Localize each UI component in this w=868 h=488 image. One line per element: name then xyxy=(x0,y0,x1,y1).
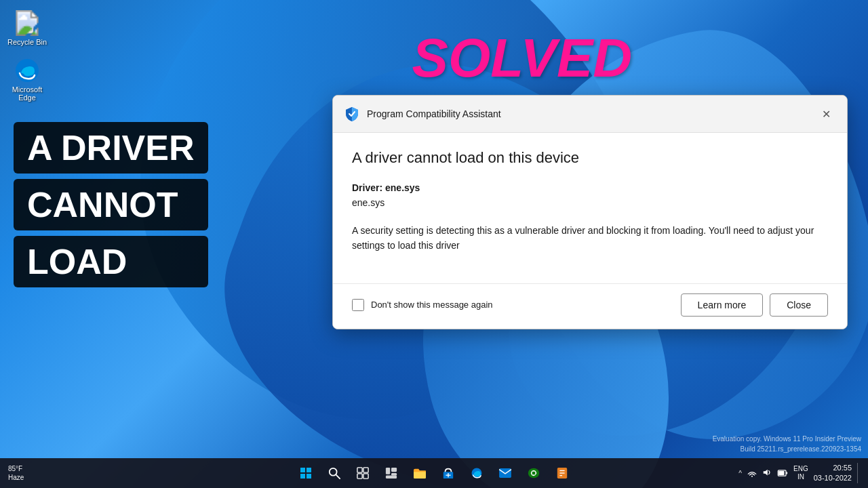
svg-rect-11 xyxy=(357,474,362,479)
svg-point-25 xyxy=(533,470,534,472)
taskbar: 85°F Haze xyxy=(0,458,868,488)
recycle-bin-icon[interactable]: Recycle Bin xyxy=(3,7,51,49)
dialog-driver-info: Driver: ene.sys ene.sys xyxy=(352,180,828,211)
dialog-footer: Don't show this message again Learn more… xyxy=(333,283,847,329)
battery-tray-icon[interactable] xyxy=(777,468,788,479)
taskbar-search-button[interactable] xyxy=(322,461,347,485)
app-icon xyxy=(556,466,568,480)
taskbar-start-button[interactable] xyxy=(294,461,318,485)
edge-label: Microsoft Edge xyxy=(6,85,48,102)
store-icon xyxy=(442,467,454,479)
eval-line2: Build 25211.rs_prerelease.220923-1354 xyxy=(713,444,861,454)
solved-label: SOLVED xyxy=(412,27,633,89)
svg-rect-13 xyxy=(386,468,390,474)
windows-logo-icon xyxy=(300,468,311,479)
dialog-driver-label: Driver: ene.sys xyxy=(352,180,828,195)
dialog-title-text: Program Compatibility Assistant xyxy=(367,108,501,119)
microsoft-edge-icon[interactable]: Microsoft Edge xyxy=(3,54,51,104)
language-region: IN xyxy=(797,473,804,481)
svg-rect-36 xyxy=(786,472,787,474)
label-boxes-container: A DRIVER CANNOT LOAD xyxy=(14,122,208,287)
file-explorer-icon xyxy=(413,467,427,479)
taskbar-xbox-button[interactable] xyxy=(521,461,546,485)
dialog-title-left: Program Compatibility Assistant xyxy=(344,106,501,122)
task-view-icon xyxy=(357,467,369,479)
volume-tray-icon[interactable] xyxy=(762,468,772,479)
clock-time: 20:55 xyxy=(833,463,852,473)
language-code: ENG xyxy=(793,465,808,473)
close-button[interactable]: Close xyxy=(770,293,828,317)
network-icon xyxy=(747,468,757,477)
show-desktop-button[interactable] xyxy=(857,463,860,483)
dialog-close-x-button[interactable]: ✕ xyxy=(816,104,836,124)
taskbar-fileexplorer-button[interactable] xyxy=(408,461,432,485)
taskbar-app-button[interactable] xyxy=(550,461,574,485)
compatibility-dialog: Program Compatibility Assistant ✕ A driv… xyxy=(332,95,848,329)
dont-show-again-label: Don't show this message again xyxy=(371,300,493,310)
checkbox-area: Don't show this message again xyxy=(352,299,493,311)
dont-show-again-checkbox[interactable] xyxy=(352,299,364,311)
volume-icon xyxy=(762,468,772,477)
svg-point-27 xyxy=(531,472,532,474)
dialog-driver-file: ene.sys xyxy=(352,195,828,210)
clock-date: 03-10-2022 xyxy=(814,473,852,483)
dialog-description: A security setting is detecting this as … xyxy=(352,223,828,253)
label-box-line1: A DRIVER xyxy=(14,122,208,174)
battery-icon xyxy=(777,470,788,476)
svg-rect-14 xyxy=(391,468,397,472)
xbox-icon xyxy=(527,467,540,479)
recycle-bin-image xyxy=(14,9,41,37)
dialog-titlebar: Program Compatibility Assistant ✕ xyxy=(333,96,847,133)
svg-rect-22 xyxy=(499,468,511,478)
svg-point-26 xyxy=(533,474,534,476)
search-icon xyxy=(328,467,340,479)
network-tray-icon[interactable] xyxy=(747,468,757,479)
svg-rect-15 xyxy=(386,476,397,479)
eval-watermark: Evaluation copy. Windows 11 Pro Insider … xyxy=(713,434,861,454)
shield-icon xyxy=(344,106,360,122)
svg-point-7 xyxy=(330,468,337,476)
svg-point-23 xyxy=(528,468,539,479)
dialog-buttons: Learn more Close xyxy=(681,293,828,317)
widgets-icon xyxy=(385,467,397,479)
taskbar-center xyxy=(294,461,574,485)
language-indicator[interactable]: ENG IN xyxy=(793,465,808,481)
edge-icon xyxy=(471,467,483,479)
svg-line-8 xyxy=(336,475,340,479)
label-box-line2: CANNOT xyxy=(14,179,208,230)
weather-condition: Haze xyxy=(8,473,24,482)
svg-rect-16 xyxy=(391,473,397,476)
taskbar-edge-button[interactable] xyxy=(465,461,489,485)
svg-rect-10 xyxy=(363,468,368,472)
svg-rect-12 xyxy=(363,474,368,479)
taskbar-left: 85°F Haze xyxy=(8,464,24,482)
taskbar-widgets-button[interactable] xyxy=(379,461,403,485)
svg-point-28 xyxy=(535,472,536,474)
eval-line1: Evaluation copy. Windows 11 Pro Insider … xyxy=(713,434,861,444)
label-box-line3: LOAD xyxy=(14,236,208,287)
tray-chevron-icon[interactable]: ^ xyxy=(738,470,742,477)
learn-more-button[interactable]: Learn more xyxy=(681,293,764,317)
dialog-heading: A driver cannot load on this device xyxy=(352,149,828,167)
weather-info[interactable]: 85°F Haze xyxy=(8,464,24,482)
weather-temp: 85°F xyxy=(8,464,24,473)
svg-rect-35 xyxy=(778,471,784,475)
taskbar-store-button[interactable] xyxy=(436,461,460,485)
clock[interactable]: 20:55 03-10-2022 xyxy=(814,463,852,484)
desktop-icons-area: Recycle Bin Microsoft Edge xyxy=(3,7,51,104)
mail-icon xyxy=(498,468,512,479)
svg-point-33 xyxy=(751,475,753,476)
taskbar-right: ^ ENG IN xyxy=(738,463,860,484)
taskbar-taskview-button[interactable] xyxy=(351,461,375,485)
recycle-bin-label: Recycle Bin xyxy=(7,38,47,46)
edge-image xyxy=(14,57,41,84)
system-tray[interactable]: ^ xyxy=(738,470,742,477)
dialog-content: A driver cannot load on this device Driv… xyxy=(333,133,847,283)
taskbar-mail-button[interactable] xyxy=(493,461,517,485)
svg-rect-9 xyxy=(357,468,362,472)
